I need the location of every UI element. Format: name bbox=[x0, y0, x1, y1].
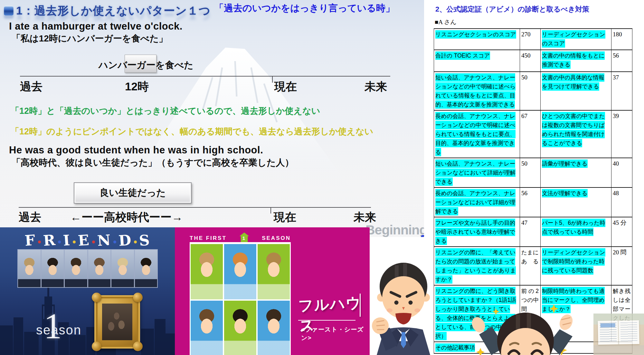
table-cell: 50 bbox=[520, 158, 541, 187]
logo-dot-icon bbox=[113, 241, 116, 243]
logo-dot-icon bbox=[134, 241, 137, 243]
table-row: リスニングの際に、「考えていたら次の問題の放送が始まってしまった」ということがあ… bbox=[434, 247, 632, 285]
grammar-slide: 1：過去形しか使えないパターン１つ 「過去のいつかをはっきり言っている時」 I … bbox=[0, 0, 424, 237]
cast-portrait bbox=[42, 250, 64, 287]
timeline1-label-present: 現在 bbox=[274, 79, 297, 94]
open-book-photo bbox=[593, 314, 644, 355]
timeline2-event: 良い生徒だった bbox=[99, 187, 166, 199]
slide-subtitle: 「過去のいつかをはっきり言っている時」 bbox=[214, 2, 395, 15]
table-cell: 450 bbox=[520, 50, 541, 72]
table-row: 短い会話、アナウンス、ナレーションなどの中で明確に述べられている情報をもとに要点… bbox=[434, 72, 632, 110]
fullhouse-portrait bbox=[191, 244, 223, 299]
glossy-square-bullet-icon bbox=[4, 6, 14, 15]
table-cell: 47 bbox=[520, 217, 541, 247]
table-cell: 長めの会話、アナウンス、ナレーションなどの中で明確に述べられている情報をもとに要… bbox=[434, 110, 520, 158]
table-cell: 45 分 bbox=[611, 217, 632, 247]
example2-japanese: 「高校時代、彼は良い生徒だった」（もうすでに高校を卒業した人） bbox=[12, 157, 294, 169]
table-cell: 48 bbox=[611, 187, 632, 217]
table-cell: 37 bbox=[611, 72, 632, 110]
table-cell: たまにある bbox=[520, 247, 541, 285]
friends-logo-letter: F bbox=[24, 232, 36, 249]
frame-swirl-icon bbox=[133, 293, 143, 302]
house-icon: 1 bbox=[240, 232, 249, 242]
example2-english: He was a good student when he was in hig… bbox=[9, 144, 263, 156]
timeline2-event-box: 良い生徒だった bbox=[74, 182, 192, 204]
screenshot-canvas: 1：過去形しか使えないパターン１つ 「過去のいつかをはっきり言っている時」 I … bbox=[0, 0, 644, 355]
friends-logo-letter: R bbox=[43, 232, 56, 250]
table-cell: リーディングセクションで制限時間が終わった時に残っている問題数 bbox=[541, 247, 611, 285]
friends-gold-frame bbox=[94, 295, 140, 349]
table-row: フレーズや文から話し手の目的や暗示されている意味が理解できる47パート5、6が終… bbox=[434, 217, 632, 247]
cast-portrait bbox=[135, 250, 157, 287]
timeline1-label-past: 過去 bbox=[20, 79, 43, 94]
table-cell: 20 問 bbox=[611, 247, 632, 285]
cast-portrait bbox=[111, 250, 134, 287]
friends-logo-letter: I bbox=[62, 232, 71, 249]
friends-season-word: season bbox=[36, 323, 81, 337]
table-cell: 文法が理解できる bbox=[541, 187, 611, 217]
table-cell: 56 bbox=[520, 187, 541, 217]
frame-cast-photo bbox=[102, 304, 132, 340]
table-row: リスニングセクションのスコア270リーディングセクションのスコア180 bbox=[434, 29, 632, 50]
table-cell: パート5、6が終わった時点で残っている時間 bbox=[541, 217, 611, 247]
table-cell: 語彙が理解できる bbox=[541, 158, 611, 187]
note-yellow: 「12時」のようにピンポイントではなく、幅のある期間でも、過去なら過去形しか使え… bbox=[11, 126, 374, 137]
table-cell: 50 bbox=[520, 72, 541, 110]
timeline2-label-present: 現在 bbox=[274, 210, 296, 225]
table-cell: リスニングの際に、「考えていたら次の問題の放送が始まってしまった」ということがあ… bbox=[434, 247, 520, 285]
document-person-label: ■A さん bbox=[435, 18, 457, 26]
friends-cast-strip bbox=[17, 249, 158, 288]
slide-title: 1：過去形しか使えないパターン１つ bbox=[4, 3, 211, 18]
cast-portrait bbox=[65, 250, 87, 287]
example1-japanese: 「私は12時にハンバーガーを食べた」 bbox=[12, 32, 168, 45]
timeline2-label-span: ←ーー高校時代ーー→ bbox=[70, 210, 183, 225]
table-cell: 合計の TOEIC スコア bbox=[434, 50, 520, 72]
table-cell: ひとつの文書の中でまたは複数の文書間でちりばめられた情報を関連付けることができる bbox=[541, 110, 611, 158]
fullhouse-portrait bbox=[258, 301, 290, 355]
timeline1-label-point: 12時 bbox=[125, 79, 149, 94]
table-cell: リスニングセクションのスコア bbox=[434, 29, 520, 50]
nyc-skyline-silhouette bbox=[0, 287, 175, 355]
note-green: 「12時」と「過去のいつか」とはっきり述べているので、過去形しか使えない bbox=[11, 105, 320, 117]
cast-portrait bbox=[88, 250, 111, 287]
fullhouse-portrait bbox=[191, 301, 223, 355]
table-cell: リーディングセクションのスコア bbox=[541, 29, 611, 50]
table-row: 合計の TOEIC スコア450文書の中の情報をもとに推測できる56 bbox=[434, 50, 632, 72]
cast-portrait bbox=[18, 250, 41, 287]
table-row: 長めの会話、アナウンス、ナレーションなどの中で明確に述べられている情報をもとに要… bbox=[434, 110, 632, 158]
timeline2-present-tick bbox=[270, 207, 271, 214]
timeline1-present-tick bbox=[272, 76, 273, 83]
fullhouse-portrait bbox=[258, 244, 290, 299]
friends-logo-letter: D bbox=[118, 232, 132, 250]
fullhouse-logo-underline bbox=[298, 320, 355, 321]
logo-dot-icon bbox=[38, 241, 41, 243]
book-image-thumbnail bbox=[601, 323, 615, 327]
slide-title-text: 1：過去形しか使えないパターン１つ bbox=[16, 4, 211, 17]
table-cell: 67 bbox=[520, 110, 541, 158]
fullhouse-header: THE FIRST 1 SEASON bbox=[190, 234, 291, 242]
fullhouse-dvd-cover: THE FIRST 1 SEASON フルハウス <ファースト・シーズン> bbox=[175, 227, 370, 355]
frame-swirl-icon bbox=[133, 341, 143, 351]
timeline2-line bbox=[19, 207, 371, 208]
logo-dot-icon bbox=[73, 241, 76, 243]
table-cell: 短い会話、アナウンス、ナレーションなどにおいて詳細が理解できる bbox=[434, 158, 520, 187]
friends-logo-letter: E bbox=[77, 232, 90, 249]
book-spine bbox=[618, 321, 619, 344]
table-row: 長めの会話、アナウンス、ナレーションなどにおいて詳細が理解できる56文法が理解で… bbox=[434, 187, 632, 217]
fullhouse-portrait bbox=[224, 244, 256, 299]
table-cell: 180 bbox=[611, 29, 632, 50]
logo-dot-icon bbox=[92, 241, 95, 243]
logo-dot-icon bbox=[58, 241, 61, 243]
determined-businessman-clipart bbox=[370, 249, 437, 355]
timeline1-line bbox=[20, 76, 390, 77]
timeline2-label-past: 過去 bbox=[19, 210, 41, 225]
table-cell: 長めの会話、アナウンス、ナレーションなどにおいて詳細が理解できる bbox=[434, 187, 520, 217]
fullhouse-header-left: THE FIRST bbox=[190, 235, 227, 241]
timeline1-label-future: 未来 bbox=[365, 79, 387, 94]
table-cell: 270 bbox=[520, 29, 541, 50]
table-cell: 文書の中の情報をもとに推測できる bbox=[541, 50, 611, 72]
document-heading: 2、公式認定証（アビメ）の診断と取るべき対策 bbox=[435, 5, 589, 14]
table-cell: フレーズや文から話し手の目的や暗示されている意味が理解できる bbox=[434, 217, 520, 247]
table-cell: 短い会話、アナウンス、ナレーションなどの中で明確に述べられている情報をもとに要点… bbox=[434, 72, 520, 110]
fullhouse-portrait bbox=[224, 301, 256, 355]
